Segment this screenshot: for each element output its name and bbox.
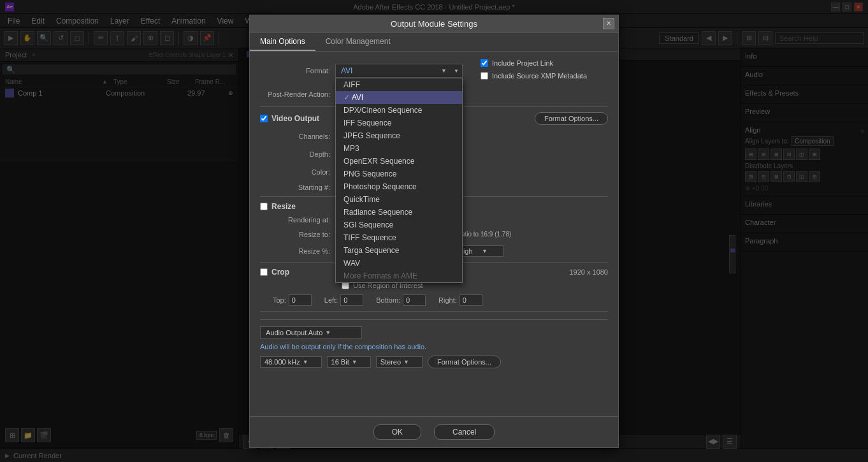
crop-top-input[interactable] [289, 294, 312, 306]
include-project-link-checkbox[interactable] [481, 59, 488, 67]
audio-note: Audio will be output only if the composi… [260, 343, 608, 350]
depth-label: Depth: [260, 150, 330, 158]
avi-checkmark: ✓ [344, 93, 352, 102]
dropdown-jpeg[interactable]: JPEG Sequence [336, 129, 462, 142]
crop-checkbox[interactable] [260, 268, 268, 276]
modal-title-bar: Output Module Settings ✕ [250, 15, 618, 33]
sample-rate-arrow: ▼ [303, 359, 308, 365]
format-options-btn-2[interactable]: Format Options... [428, 356, 501, 368]
audio-output-arrow: ▼ [325, 329, 331, 336]
color-label: Color: [260, 168, 330, 176]
rendering-at-label: Rendering at: [260, 216, 330, 224]
bit-depth-value: 16 Bit [331, 358, 349, 366]
format-dropdown-arrow: ▼ [441, 68, 447, 74]
resize-check-row: Resize [260, 202, 336, 211]
video-output-check-row: Video Output [260, 114, 319, 123]
format-value: AVI [341, 66, 352, 75]
bit-depth-select[interactable]: 16 Bit ▼ [327, 356, 371, 368]
dropdown-radiance[interactable]: Radiance Sequence [336, 206, 462, 219]
modal-body: Format: AVI ▼ AIFF ✓ AVI DPX/Cineon Sequ… [250, 52, 618, 416]
resize-checkbox[interactable] [260, 203, 268, 210]
dropdown-aiff[interactable]: AIFF [336, 78, 462, 91]
modal-title: Output Module Settings [391, 19, 477, 29]
include-project-link-row: Include Project Link [481, 59, 587, 67]
crop-top-field: Top: [273, 294, 312, 306]
format-label: Format: [260, 67, 330, 75]
crop-bottom-field: Bottom: [376, 294, 426, 306]
resolution-display: 1920 x 1080 [569, 268, 608, 276]
modal-footer: OK Cancel [250, 416, 618, 447]
dropdown-targa[interactable]: Targa Sequence [336, 244, 462, 257]
audio-channels-value: Stereo [380, 358, 401, 366]
modal-tabs: Main Options Color Management [250, 33, 618, 52]
dropdown-iff[interactable]: IFF Sequence [336, 117, 462, 129]
format-options-btn-1[interactable]: Format Options... [535, 112, 608, 125]
crop-check-row: Crop [260, 268, 336, 277]
crop-left-input[interactable] [340, 294, 363, 306]
dropdown-sgi[interactable]: SGI Sequence [336, 219, 462, 231]
format-checkboxes: Include Project Link Include Source XMP … [481, 59, 587, 82]
dropdown-png[interactable]: PNG Sequence [336, 168, 462, 180]
crop-right-field: Right: [438, 294, 482, 306]
bit-depth-arrow: ▼ [352, 359, 358, 365]
include-source-xmp-row: Include Source XMP Metadata [481, 72, 587, 80]
audio-output-row: Audio Output Auto ▼ [260, 326, 608, 339]
sample-rate-value: 48.000 kHz [264, 358, 300, 366]
sample-rate-select[interactable]: 48.000 kHz ▼ [260, 356, 322, 368]
audio-output-value: Audio Output Auto [266, 329, 322, 336]
video-output-label: Video Output [271, 114, 319, 123]
format-select[interactable]: AVI ▼ [335, 64, 463, 78]
dropdown-photoshop[interactable]: Photoshop Sequence [336, 180, 462, 193]
post-render-label: Post-Render Action: [260, 90, 330, 98]
crop-label: Crop [271, 268, 289, 277]
tab-main-options[interactable]: Main Options [250, 33, 315, 51]
starting-hash-label: Starting #: [260, 184, 330, 191]
channels-label: Channels: [260, 133, 330, 140]
dropdown-tiff[interactable]: TIFF Sequence [336, 231, 462, 244]
audio-channels-select[interactable]: Stereo ▼ [376, 356, 423, 368]
include-source-xmp-checkbox[interactable] [481, 72, 488, 80]
resize-pct-label: Resize %: [260, 247, 330, 255]
crop-top-label: Top: [273, 296, 286, 304]
ok-btn[interactable]: OK [373, 424, 421, 440]
crop-left-field: Left: [324, 294, 363, 306]
modal-overlay: Output Module Settings ✕ Main Options Co… [0, 0, 868, 462]
crop-right-label: Right: [438, 296, 457, 304]
audio-channels-arrow: ▼ [403, 359, 409, 365]
cancel-btn[interactable]: Cancel [434, 424, 495, 440]
resize-label: Resize [271, 202, 296, 211]
divider-4 [260, 311, 608, 312]
dropdown-avi[interactable]: ✓ AVI [336, 91, 462, 104]
dropdown-wav[interactable]: WAV [336, 257, 462, 270]
dropdown-mp3[interactable]: MP3 [336, 142, 462, 155]
resize-quality-arrow: ▼ [482, 248, 488, 254]
crop-left-label: Left: [324, 296, 338, 304]
dropdown-openexr[interactable]: OpenEXR Sequence [336, 155, 462, 168]
modal-close-btn[interactable]: ✕ [603, 18, 614, 29]
dropdown-avi-label: AVI [352, 93, 363, 102]
format-dropdown: AIFF ✓ AVI DPX/Cineon Sequence IFF Seque… [335, 78, 463, 283]
crop-bottom-input[interactable] [403, 294, 426, 306]
format-row: Format: AVI ▼ AIFF ✓ AVI DPX/Cineon Sequ… [260, 59, 608, 82]
include-source-xmp-label: Include Source XMP Metadata [492, 72, 587, 80]
tab-color-management[interactable]: Color Management [315, 33, 401, 51]
video-output-checkbox[interactable] [260, 115, 268, 122]
crop-bottom-label: Bottom: [376, 296, 400, 304]
crop-right-input[interactable] [459, 294, 482, 306]
audio-output-select[interactable]: Audio Output Auto ▼ [260, 326, 362, 339]
include-project-link-label: Include Project Link [492, 59, 553, 67]
output-module-dialog: Output Module Settings ✕ Main Options Co… [249, 15, 619, 448]
dropdown-dpx[interactable]: DPX/Cineon Sequence [336, 104, 462, 117]
format-options-btn-1-wrapper: Format Options... [535, 112, 608, 125]
format-select-wrapper: AVI ▼ AIFF ✓ AVI DPX/Cineon Sequence IFF… [335, 64, 463, 78]
dropdown-quicktime[interactable]: QuickTime [336, 193, 462, 206]
audio-settings-row: 48.000 kHz ▼ 16 Bit ▼ Stereo ▼ Format Op… [260, 356, 608, 368]
crop-fields: Top: Left: Bottom: Right: [260, 294, 608, 306]
resize-to-label: Resize to: [260, 231, 330, 238]
audio-section: Audio Output Auto ▼ Audio will be output… [260, 319, 608, 368]
dropdown-more-formats: More Formats in AME [336, 270, 462, 282]
